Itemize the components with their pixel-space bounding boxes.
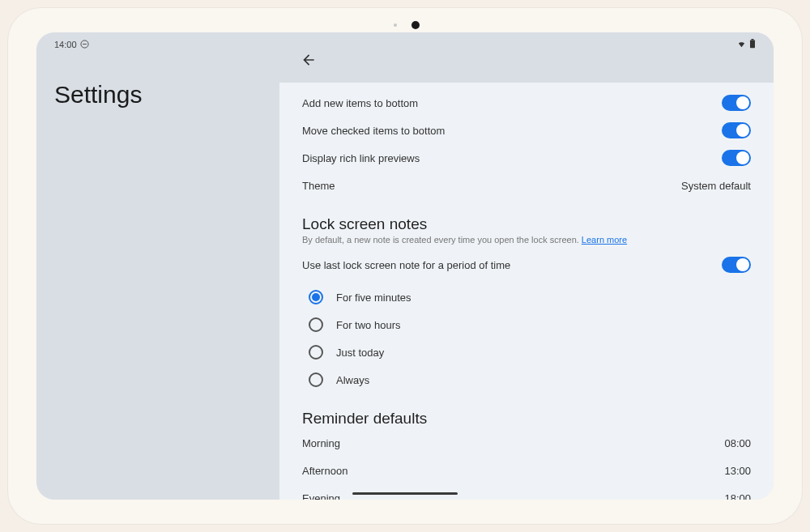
tablet-frame: 14:00 Settings (8, 8, 802, 524)
sidebar: Settings (36, 32, 279, 500)
reminder-morning[interactable]: Morning 08:00 (302, 429, 751, 457)
setting-use-last-note[interactable]: Use last lock screen note for a period o… (302, 251, 751, 279)
setting-label: Display rich link previews (302, 152, 420, 164)
setting-label: Morning (302, 437, 340, 449)
setting-rich-link-previews[interactable]: Display rich link previews (302, 144, 751, 172)
toggle-switch[interactable] (722, 150, 751, 166)
screen: 14:00 Settings (36, 32, 774, 500)
svg-rect-3 (752, 39, 754, 40)
battery-icon (749, 39, 756, 50)
svg-rect-2 (750, 40, 755, 49)
content-scroll[interactable]: Display options Add new items to bottom … (279, 83, 774, 500)
status-left: 14:00 (54, 40, 89, 50)
toggle-switch[interactable] (722, 122, 751, 138)
section-subtitle-lock-screen: By default, a new note is created every … (302, 235, 751, 245)
radio-option-five-minutes[interactable]: For five minutes (309, 283, 751, 311)
page-title: Settings (54, 81, 263, 109)
section-header-reminder-defaults: Reminder defaults (302, 410, 751, 428)
setting-label: Add new items to bottom (302, 97, 418, 109)
home-indicator[interactable] (352, 492, 458, 495)
radio-icon (309, 290, 323, 304)
section-header-display-options: Display options (302, 83, 751, 86)
radio-option-always[interactable]: Always (309, 366, 751, 394)
toggle-switch[interactable] (722, 257, 751, 273)
radio-label: For two hours (336, 319, 400, 331)
setting-theme[interactable]: Theme System default (302, 172, 751, 199)
setting-label: Afternoon (302, 465, 347, 477)
sensor-dot (394, 23, 397, 27)
camera-icon (411, 21, 420, 29)
setting-value: 18:00 (724, 492, 751, 500)
radio-icon (309, 345, 323, 360)
setting-value: System default (681, 180, 751, 192)
subtitle-text: By default, a new note is created every … (302, 235, 582, 245)
radio-icon (309, 372, 323, 387)
status-right (736, 39, 756, 50)
setting-value: 13:00 (724, 465, 751, 477)
setting-label: Use last lock screen note for a period o… (302, 259, 510, 271)
radio-icon (309, 317, 323, 332)
radio-label: For five minutes (336, 292, 411, 304)
setting-move-checked-bottom[interactable]: Move checked items to bottom (302, 117, 751, 144)
setting-label: Move checked items to bottom (302, 125, 445, 137)
radio-option-two-hours[interactable]: For two hours (309, 311, 751, 338)
main-pane: Display options Add new items to bottom … (279, 32, 774, 500)
setting-label: Theme (302, 180, 335, 192)
wifi-icon (736, 40, 747, 50)
learn-more-link[interactable]: Learn more (582, 235, 627, 245)
radio-option-just-today[interactable]: Just today (309, 338, 751, 366)
radio-label: Just today (336, 347, 384, 359)
status-bar: 14:00 (36, 32, 774, 57)
section-header-lock-screen: Lock screen notes (302, 215, 751, 233)
radio-group-duration: For five minutes For two hours Just toda… (302, 283, 751, 394)
radio-label: Always (336, 374, 369, 386)
setting-value: 08:00 (724, 437, 751, 449)
reminder-afternoon[interactable]: Afternoon 13:00 (302, 457, 751, 484)
toggle-switch[interactable] (722, 95, 751, 111)
setting-label: Evening (302, 492, 340, 500)
dnd-icon (80, 40, 89, 50)
status-time: 14:00 (54, 40, 77, 49)
setting-add-new-bottom[interactable]: Add new items to bottom (302, 89, 751, 117)
